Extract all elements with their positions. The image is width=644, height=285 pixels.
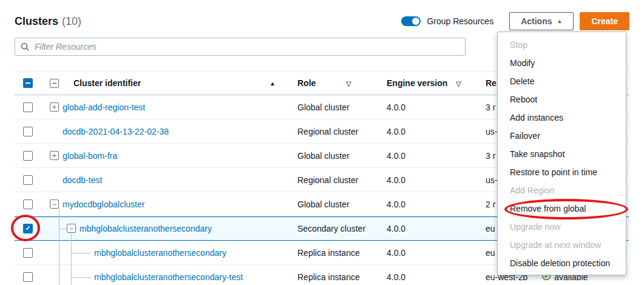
- actions-button[interactable]: Actions ▲: [509, 12, 574, 30]
- role-filter-icon[interactable]: ▽: [346, 80, 351, 87]
- region-text: us-: [486, 175, 497, 185]
- actions-button-label: Actions: [521, 16, 552, 26]
- menu-item-remove-from-global[interactable]: Remove from global: [498, 200, 626, 218]
- role-cell: Global cluster: [297, 151, 387, 161]
- engine-version-cell: 4.0.0: [387, 272, 476, 282]
- role-cell: Regional cluster: [297, 175, 387, 185]
- column-header-cluster-identifier[interactable]: Cluster identifier: [73, 78, 141, 88]
- cluster-identifier-link[interactable]: mydocdbglobalcluster: [63, 200, 144, 209]
- role-cell: Global cluster: [297, 200, 387, 209]
- menu-item-delete[interactable]: Delete: [498, 72, 626, 90]
- expand-toggle-icon[interactable]: +: [50, 102, 59, 112]
- region-text: 3 r: [486, 151, 495, 161]
- caret-up-icon: ▲: [557, 18, 562, 24]
- filter-resources-input[interactable]: [15, 38, 466, 56]
- menu-item-restore-to-point-in-time[interactable]: Restore to point in time: [498, 163, 626, 181]
- row-checkbox[interactable]: [23, 175, 33, 185]
- row-checkbox[interactable]: [23, 102, 33, 112]
- engine-filter-icon[interactable]: ▽: [456, 80, 461, 87]
- row-checkbox[interactable]: [23, 127, 33, 136]
- engine-version-cell: 4.0.0: [387, 102, 476, 112]
- page-header: Clusters (10) Group Resources Actions ▲ …: [15, 12, 629, 30]
- tree-line-vertical-1: [59, 209, 59, 285]
- region-text: us-: [486, 127, 497, 136]
- role-cell: Secondary cluster: [297, 224, 387, 233]
- row-checkbox[interactable]: [23, 272, 33, 282]
- toggle-knob-icon: [412, 18, 419, 25]
- cluster-identifier-link[interactable]: docdb-test: [63, 175, 102, 185]
- engine-version-cell: 4.0.0: [387, 200, 476, 209]
- region-text: eu: [486, 224, 495, 233]
- menu-item-reboot[interactable]: Reboot: [498, 90, 626, 109]
- collapse-all-icon[interactable]: −: [50, 79, 59, 88]
- create-button-label: Create: [591, 16, 618, 26]
- menu-item-upgrade-at-next-window: Upgrade at next window: [498, 236, 626, 254]
- region-text: eu: [486, 248, 495, 258]
- expand-toggle-icon[interactable]: +: [50, 151, 59, 160]
- expand-toggle-icon[interactable]: −: [50, 200, 59, 209]
- column-header-engine-version[interactable]: Engine version: [387, 78, 447, 88]
- expand-toggle-icon[interactable]: −: [67, 224, 76, 233]
- engine-version-cell: 4.0.0: [387, 175, 476, 185]
- engine-version-cell: 4.0.0: [387, 127, 476, 136]
- row-checkbox[interactable]: [23, 200, 33, 209]
- menu-item-stop: Stop: [498, 36, 626, 54]
- row-checkbox[interactable]: [23, 248, 33, 258]
- menu-item-upgrade-now: Upgrade now: [498, 218, 626, 236]
- cluster-identifier-link[interactable]: mbhglobalclusteranothersecondary-test: [94, 272, 243, 282]
- group-resources-toggle[interactable]: [401, 16, 421, 26]
- create-button[interactable]: Create: [580, 12, 629, 30]
- cluster-count: (10): [62, 15, 81, 28]
- group-resources-control: Group Resources: [401, 16, 493, 26]
- cluster-identifier-link[interactable]: global-bom-fra: [63, 151, 117, 161]
- engine-version-cell: 4.0.0: [387, 248, 476, 258]
- column-header-region[interactable]: Re: [486, 78, 497, 88]
- menu-item-failover[interactable]: Failover: [498, 127, 626, 145]
- cluster-identifier-link[interactable]: mbhglobalclusteranothersecondary: [80, 224, 212, 233]
- select-all-checkbox[interactable]: [23, 78, 33, 88]
- column-header-role[interactable]: Role: [297, 78, 316, 88]
- page-title: Clusters: [15, 15, 58, 28]
- menu-item-add-instances[interactable]: Add instances: [498, 109, 626, 127]
- row-checkbox[interactable]: ✓: [23, 224, 33, 233]
- role-cell: Regional cluster: [297, 127, 387, 136]
- group-resources-label: Group Resources: [427, 16, 493, 26]
- tree-line-stub-row7: [71, 253, 91, 253]
- row-checkbox[interactable]: [23, 151, 33, 161]
- cluster-identifier-link[interactable]: mbhglobalclusteranothersecondary: [94, 248, 226, 258]
- engine-version-cell: 4.0.0: [387, 151, 476, 161]
- region-text: 3 r: [486, 102, 495, 112]
- menu-item-take-snapshot[interactable]: Take snapshot: [498, 145, 626, 163]
- region-text: 2 r: [486, 200, 495, 209]
- tree-line-stub-row8: [71, 277, 91, 278]
- role-cell: Replica instance: [297, 248, 387, 258]
- filter-bar: [15, 38, 466, 56]
- engine-version-cell: 4.0.0: [387, 224, 476, 233]
- menu-item-add-region: Add Region: [498, 181, 626, 200]
- actions-dropdown-menu: StopModifyDeleteRebootAdd instancesFailo…: [497, 32, 626, 275]
- tree-line-stub-row6: [59, 229, 67, 229]
- menu-item-modify[interactable]: Modify: [498, 54, 626, 72]
- role-cell: Replica instance: [297, 272, 387, 282]
- sort-ascending-icon[interactable]: ▲: [269, 80, 276, 87]
- cluster-identifier-link[interactable]: docdb-2021-04-13-22-02-38: [63, 127, 169, 136]
- cluster-identifier-link[interactable]: global-add-region-test: [63, 102, 145, 112]
- menu-item-disable-deletion-protection[interactable]: Disable deletion protection: [498, 254, 626, 272]
- role-cell: Global cluster: [297, 102, 387, 112]
